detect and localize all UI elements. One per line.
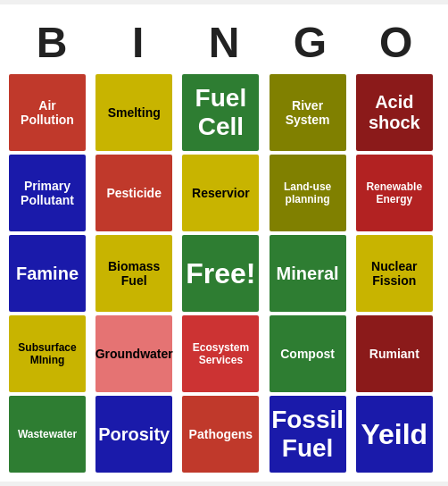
bingo-cell-22[interactable]: Pathogens (182, 396, 259, 473)
bingo-cell-3[interactable]: River System (270, 74, 346, 151)
bingo-cell-21[interactable]: Porosity (95, 396, 172, 473)
bingo-letter-g: G (271, 18, 348, 67)
bingo-letter-o: O (358, 18, 435, 67)
bingo-card: BINGO Air PollutionSmeltingFuel CellRive… (0, 4, 448, 482)
bingo-cell-0[interactable]: Air Pollution (9, 74, 86, 151)
bingo-cell-2[interactable]: Fuel Cell (182, 74, 259, 151)
bingo-cell-15[interactable]: Subsurface MIning (9, 315, 86, 392)
bingo-cell-1[interactable]: Smelting (95, 74, 172, 151)
bingo-cell-11[interactable]: Biomass Fuel (95, 235, 172, 312)
bingo-cell-4[interactable]: Acid shock (356, 74, 433, 151)
bingo-cell-20[interactable]: Wastewater (9, 396, 86, 473)
bingo-cell-14[interactable]: Nuclear Fission (356, 235, 433, 312)
bingo-cell-18[interactable]: Compost (270, 315, 346, 392)
bingo-cell-19[interactable]: Rumiant (356, 315, 433, 392)
bingo-cell-10[interactable]: Famine (9, 235, 86, 312)
bingo-cell-12[interactable]: Free! (182, 235, 259, 312)
bingo-letter-b: B (13, 18, 90, 67)
bingo-letter-i: I (100, 18, 177, 67)
bingo-cell-5[interactable]: Primary Pollutant (9, 155, 86, 231)
bingo-grid: Air PollutionSmeltingFuel CellRiver Syst… (9, 74, 439, 473)
bingo-cell-13[interactable]: Mineral (270, 235, 346, 312)
bingo-cell-17[interactable]: Ecosystem Services (182, 315, 259, 392)
bingo-header: BINGO (9, 13, 439, 74)
bingo-cell-24[interactable]: Yeild (356, 396, 433, 473)
bingo-cell-16[interactable]: Groundwater (95, 315, 172, 392)
bingo-letter-n: N (186, 18, 262, 67)
bingo-cell-8[interactable]: Land-use planning (270, 155, 346, 231)
bingo-cell-23[interactable]: Fossil Fuel (270, 396, 346, 473)
bingo-cell-7[interactable]: Reservior (182, 155, 259, 231)
bingo-cell-9[interactable]: Renewable Energy (356, 155, 433, 231)
bingo-cell-6[interactable]: Pesticide (95, 155, 172, 231)
